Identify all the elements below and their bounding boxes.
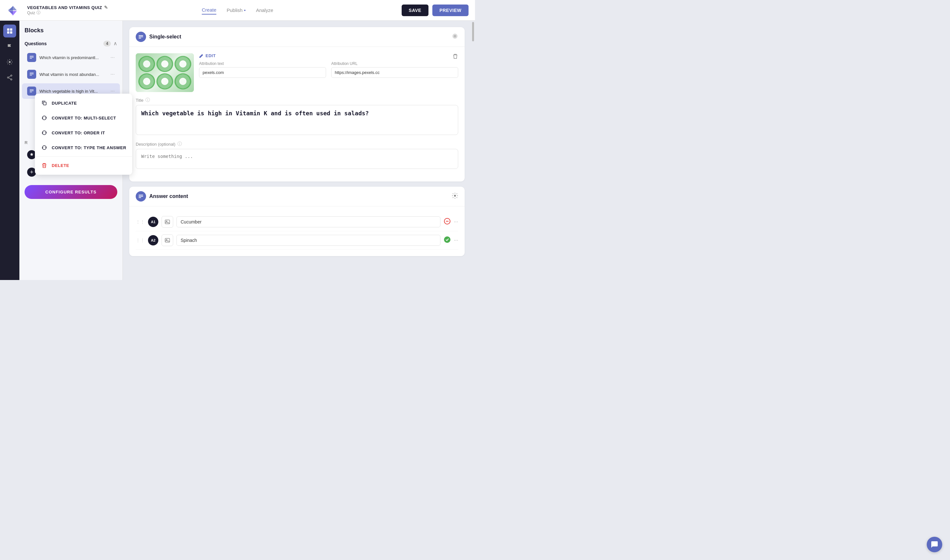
answer-row-1: ⋮⋮ A1 ··· <box>136 213 458 231</box>
single-select-body: EDIT Attribution text <box>129 47 465 182</box>
image-edit-row: EDIT Attribution text <box>136 53 458 92</box>
question-item-1[interactable]: Which vitamin is predominantl... ··· <box>22 50 120 65</box>
questions-count-badge: 4 <box>103 41 111 46</box>
answer-image-btn-1[interactable] <box>162 216 173 228</box>
answer-image-btn-2[interactable] <box>162 234 173 246</box>
svg-point-9 <box>11 79 12 80</box>
question-icon-2 <box>27 70 36 79</box>
svg-rect-4 <box>10 28 12 31</box>
question-more-2[interactable]: ··· <box>111 71 115 77</box>
attribution-url-input[interactable] <box>331 67 458 78</box>
nav-publish[interactable]: Publish <box>227 6 246 14</box>
svg-rect-25 <box>139 35 143 36</box>
ctx-divider <box>35 156 123 157</box>
edit-image-button[interactable]: EDIT <box>199 53 216 58</box>
svg-rect-19 <box>30 89 34 90</box>
answer-content-card: Answer content ⋮⋮ A1 ··· <box>129 187 465 256</box>
answer-content-settings-button[interactable] <box>452 192 458 200</box>
question-item-2[interactable]: What vitamin is most abundan... ··· <box>22 66 120 82</box>
single-select-card: Single-select <box>129 27 465 182</box>
description-field-label: Description (optional) ⓘ <box>136 141 458 147</box>
svg-rect-21 <box>30 92 32 92</box>
svg-rect-28 <box>139 195 143 195</box>
answer-options-2[interactable]: ··· <box>454 237 458 243</box>
svg-rect-14 <box>30 57 34 58</box>
blocks-panel: Blocks Questions 4 ∧ Which vitamin is pr… <box>19 21 123 280</box>
attribution-url-label: Attribution URL <box>331 62 458 66</box>
svg-marker-2 <box>8 6 13 14</box>
title-field-group: Title ⓘ Which vegetable is high in Vitam… <box>136 97 458 136</box>
svg-rect-17 <box>30 74 34 75</box>
header: VEGETABLES AND VITAMINS QUIZ ✎ Quiz ⓘ Cr… <box>0 0 475 21</box>
configure-results-button[interactable]: CONFIGURE RESULTS <box>25 185 117 199</box>
nav-create[interactable]: Create <box>202 6 216 15</box>
delete-image-button[interactable] <box>452 53 458 61</box>
logo[interactable] <box>6 4 19 17</box>
description-field-group: Description (optional) ⓘ <box>136 141 458 170</box>
header-title-block: VEGETABLES AND VITAMINS QUIZ ✎ Quiz ⓘ <box>27 5 108 15</box>
svg-line-12 <box>9 78 11 79</box>
answer-remove-1[interactable] <box>444 218 451 226</box>
question-text-2: What vitamin is most abundan... <box>39 72 107 77</box>
blocks-header: Blocks <box>19 21 122 38</box>
edit-title-icon[interactable]: ✎ <box>104 5 108 10</box>
single-select-icon <box>136 32 146 42</box>
attribution-text-field: Attribution text <box>199 62 326 78</box>
answer-correct-2[interactable] <box>444 236 451 245</box>
attribution-text-input[interactable] <box>199 67 326 78</box>
single-select-settings-button[interactable] <box>452 33 458 41</box>
title-info-icon[interactable]: ⓘ <box>145 97 150 103</box>
sidebar-icon-settings[interactable] <box>3 55 16 68</box>
question-icon-3 <box>27 86 36 95</box>
collapse-questions-button[interactable]: ∧ <box>113 40 117 46</box>
drag-handle-2[interactable]: ⋮⋮ <box>136 238 145 243</box>
svg-point-31 <box>454 195 456 197</box>
info-icon[interactable]: ⓘ <box>37 10 40 15</box>
icon-sidebar <box>0 21 19 280</box>
description-info-icon[interactable]: ⓘ <box>177 141 182 147</box>
answer-text-input-1[interactable] <box>176 216 440 228</box>
ctx-delete[interactable]: DELETE <box>35 158 123 173</box>
attribution-row: Attribution text Attribution URL <box>199 62 458 78</box>
duplicate-icon <box>41 100 48 106</box>
svg-rect-20 <box>30 91 34 91</box>
drag-handle-1[interactable]: ⋮⋮ <box>136 219 145 225</box>
question-more-1[interactable]: ··· <box>111 55 115 60</box>
attribution-text-label: Attribution text <box>199 62 326 66</box>
header-subtitle: Quiz ⓘ <box>27 10 108 15</box>
svg-rect-30 <box>139 197 141 198</box>
save-button[interactable]: SAVE <box>402 5 429 16</box>
convert-multi-icon <box>41 114 48 122</box>
svg-point-10 <box>8 77 9 78</box>
context-menu: DUPLICATE CONVERT TO: MULTI-SELECT CONVE… <box>35 94 123 175</box>
ctx-duplicate[interactable]: DUPLICATE <box>35 95 123 111</box>
sidebar-icon-share[interactable] <box>3 71 16 84</box>
scrollbar-track <box>471 21 475 280</box>
sidebar-icon-grid[interactable] <box>3 25 16 37</box>
logo-icon <box>6 4 19 17</box>
description-field-input[interactable] <box>136 149 458 169</box>
ctx-convert-multi[interactable]: CONVERT TO: MULTI-SELECT <box>35 111 123 125</box>
sidebar-icon-flag[interactable] <box>3 40 16 53</box>
ctx-convert-type[interactable]: CONVERT TO: TYPE THE ANSWER <box>35 140 123 155</box>
scrollbar-thumb[interactable] <box>472 22 474 42</box>
answer-options-1[interactable]: ··· <box>454 219 458 225</box>
svg-rect-6 <box>10 31 12 34</box>
ctx-convert-order[interactable]: CONVERT TO: ORDER IT <box>35 125 123 140</box>
single-select-title: Single-select <box>136 32 181 42</box>
question-text-3: Which vegetable is high in Vit... <box>39 89 107 94</box>
title-field-input[interactable]: Which vegetable is high in Vitamin K and… <box>136 105 458 135</box>
preview-button[interactable]: PREVIEW <box>432 5 469 16</box>
svg-rect-29 <box>139 196 143 197</box>
svg-point-38 <box>444 237 450 243</box>
svg-rect-16 <box>30 73 34 73</box>
question-more-3[interactable]: ··· <box>111 88 115 94</box>
questions-label: Questions <box>25 41 46 46</box>
answer-text-input-2[interactable] <box>176 235 440 246</box>
answer-content-header: Answer content <box>129 187 465 206</box>
svg-rect-3 <box>7 28 9 31</box>
content-area: Single-select <box>123 21 471 280</box>
question-text-1: Which vitamin is predominantl... <box>39 55 107 60</box>
svg-point-7 <box>9 61 11 63</box>
nav-analyze[interactable]: Analyze <box>256 6 273 14</box>
